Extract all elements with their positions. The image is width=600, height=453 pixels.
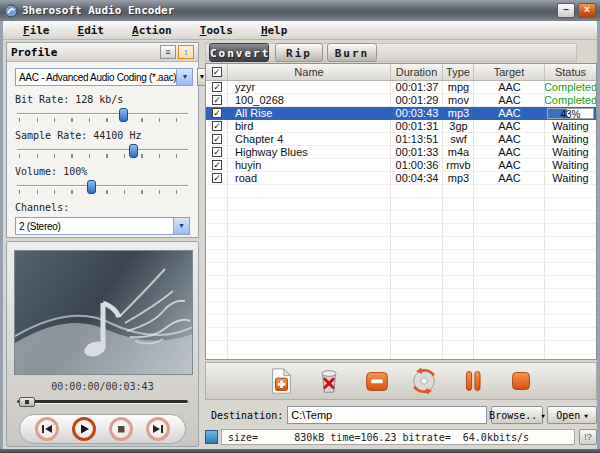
- volume-slider[interactable]: [15, 180, 190, 194]
- seek-bar[interactable]: [17, 397, 188, 407]
- cell-target: AAC: [474, 120, 545, 132]
- volume-slider-thumb[interactable]: [87, 180, 96, 194]
- cell-duration: 01:13:51: [391, 133, 443, 145]
- play-button[interactable]: [72, 417, 96, 441]
- slider-track: [17, 149, 188, 151]
- cell-status: Waiting: [545, 159, 596, 171]
- table-row[interactable]: ✓huyin01:00:36rmvbAACWaiting: [206, 159, 596, 172]
- menu-file[interactable]: File: [23, 24, 50, 37]
- clear-list-button[interactable]: [313, 366, 345, 396]
- bitrate-slider-thumb[interactable]: [119, 108, 128, 122]
- slider-ticks: [19, 190, 188, 194]
- stop-button[interactable]: [109, 417, 133, 441]
- convert-button[interactable]: [409, 366, 441, 396]
- cell-status: Waiting: [545, 133, 596, 145]
- cell-duration: 00:01:31: [391, 120, 443, 132]
- destination-input[interactable]: [287, 406, 487, 424]
- row-checkbox[interactable]: ✓: [212, 95, 222, 105]
- tab-burn[interactable]: Burn: [327, 43, 377, 62]
- col-target[interactable]: Target: [474, 64, 545, 80]
- destination-label: Destination:: [211, 410, 283, 421]
- cell-target: AAC: [474, 107, 545, 119]
- table-row[interactable]: ✓road00:04:34mp3AACWaiting: [206, 172, 596, 185]
- row-checkbox[interactable]: ✓: [212, 160, 222, 170]
- menu-edit[interactable]: Edit: [78, 24, 105, 37]
- disc-convert-icon: [410, 366, 440, 396]
- table-row[interactable]: ✓All Rise00:03:43mp3AAC43%: [206, 107, 596, 120]
- cell-type: rmvb: [443, 159, 474, 171]
- playback-controls: [19, 414, 186, 444]
- music-note-artwork: [15, 251, 193, 375]
- col-duration[interactable]: Duration: [391, 64, 443, 80]
- col-name[interactable]: Name: [228, 64, 391, 80]
- row-checkbox[interactable]: ✓: [212, 121, 222, 131]
- bitrate-slider[interactable]: [15, 108, 190, 122]
- select-all-checkbox[interactable]: ✓: [212, 67, 222, 77]
- add-file-button[interactable]: [265, 366, 297, 396]
- remove-button[interactable]: [361, 366, 393, 396]
- slider-track: [17, 185, 188, 187]
- cell-target: AAC: [474, 159, 545, 171]
- progress-bar: 43%: [547, 108, 594, 119]
- profile-header: Profile ≡ ↕: [7, 43, 198, 62]
- channels-value: 2 (Stereo): [16, 221, 173, 232]
- trash-icon: [314, 366, 344, 396]
- table-row[interactable]: ✓bird00:01:313gpAACWaiting: [206, 120, 596, 133]
- row-checkbox[interactable]: ✓: [212, 134, 222, 144]
- help-button[interactable]: !?: [579, 429, 597, 445]
- row-checkbox[interactable]: ✓: [212, 108, 222, 118]
- browse-button[interactable]: Browse.. ▼: [491, 406, 543, 424]
- cell-name: road: [228, 172, 391, 184]
- open-button[interactable]: Open ▼: [547, 406, 597, 424]
- cell-status: Completed: [545, 94, 596, 106]
- row-checkbox[interactable]: ✓: [212, 82, 222, 92]
- cell-status: Waiting: [545, 172, 596, 184]
- table-row[interactable]: ✓Chapter 401:13:51swfAACWaiting: [206, 133, 596, 146]
- tab-convert[interactable]: Convert: [209, 43, 269, 62]
- channels-select[interactable]: 2 (Stereo) ▼: [15, 217, 190, 235]
- stop-square-icon: [506, 366, 536, 396]
- add-file-icon: [266, 366, 296, 396]
- format-select[interactable]: AAC - Advanced Audio Coding (*.aac) ▼: [15, 68, 193, 86]
- pause-button[interactable]: [457, 366, 489, 396]
- row-checkbox[interactable]: ✓: [212, 147, 222, 157]
- col-type[interactable]: Type: [443, 64, 474, 80]
- close-button[interactable]: ×: [578, 3, 596, 18]
- previous-button[interactable]: [35, 417, 59, 441]
- profile-body: AAC - Advanced Audio Coding (*.aac) ▼ ▼ …: [7, 62, 198, 235]
- status-text: size= 830kB time=106.23 bitrate= 64.0kbi…: [221, 429, 575, 445]
- cell-duration: 00:03:43: [391, 107, 443, 119]
- play-icon: [78, 423, 90, 435]
- table-row[interactable]: ✓100_026800:01:29movAACCompleted: [206, 94, 596, 107]
- chevron-down-icon[interactable]: ▼: [176, 69, 192, 85]
- cell-name: bird: [228, 120, 391, 132]
- menu-help[interactable]: Help: [261, 24, 288, 37]
- samplerate-slider-thumb[interactable]: [129, 144, 138, 158]
- tab-rip[interactable]: Rip: [275, 43, 323, 62]
- expand-collapse-icon[interactable]: ↕: [178, 45, 194, 59]
- samplerate-slider[interactable]: [15, 144, 190, 158]
- menu-tools[interactable]: Tools: [200, 24, 233, 37]
- seek-thumb[interactable]: [19, 397, 35, 407]
- table-row[interactable]: ✓yzyr00:01:37mpgAACCompleted: [206, 81, 596, 94]
- window-content: File Edit Action Tools Help Profile ≡ ↕ …: [3, 21, 597, 449]
- title-bar[interactable]: 3herosoft Audio Encoder – ×: [0, 0, 600, 21]
- list-icon[interactable]: ≡: [160, 45, 176, 59]
- preview-panel: 00:00:00/00:03:43: [6, 241, 199, 447]
- stop-convert-button[interactable]: [505, 366, 537, 396]
- samplerate-label: Sample Rate: 44100 Hz: [15, 130, 190, 141]
- next-button[interactable]: [146, 417, 170, 441]
- minimize-button[interactable]: –: [557, 3, 575, 18]
- chevron-down-icon[interactable]: ▼: [173, 218, 189, 234]
- select-all-cell: ✓: [206, 64, 228, 80]
- cell-duration: 00:01:29: [391, 94, 443, 106]
- col-status[interactable]: Status: [545, 64, 596, 80]
- action-bar: [205, 362, 597, 400]
- menu-action[interactable]: Action: [132, 24, 172, 37]
- table-row[interactable]: ✓Highway Blues00:01:33m4aAACWaiting: [206, 146, 596, 159]
- row-checkbox[interactable]: ✓: [212, 173, 222, 183]
- cell-type: mpg: [443, 81, 474, 93]
- open-label: Open: [556, 410, 580, 421]
- cell-type: m4a: [443, 146, 474, 158]
- cell-target: AAC: [474, 172, 545, 184]
